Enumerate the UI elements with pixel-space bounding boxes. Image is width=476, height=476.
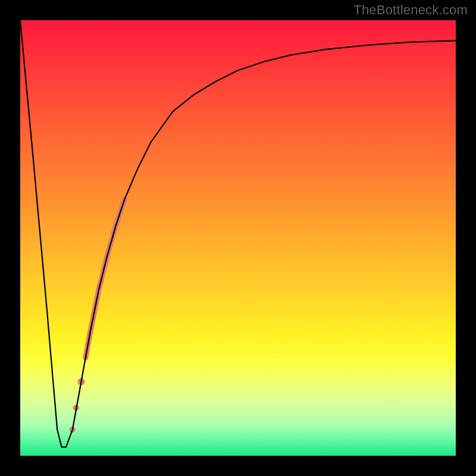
plot-area bbox=[20, 20, 456, 456]
chart-frame: TheBottleneck.com bbox=[0, 0, 476, 476]
curve-svg bbox=[20, 20, 456, 456]
bottleneck-curve bbox=[20, 20, 456, 447]
highlight-segment bbox=[86, 199, 125, 358]
watermark-text: TheBottleneck.com bbox=[353, 2, 468, 18]
